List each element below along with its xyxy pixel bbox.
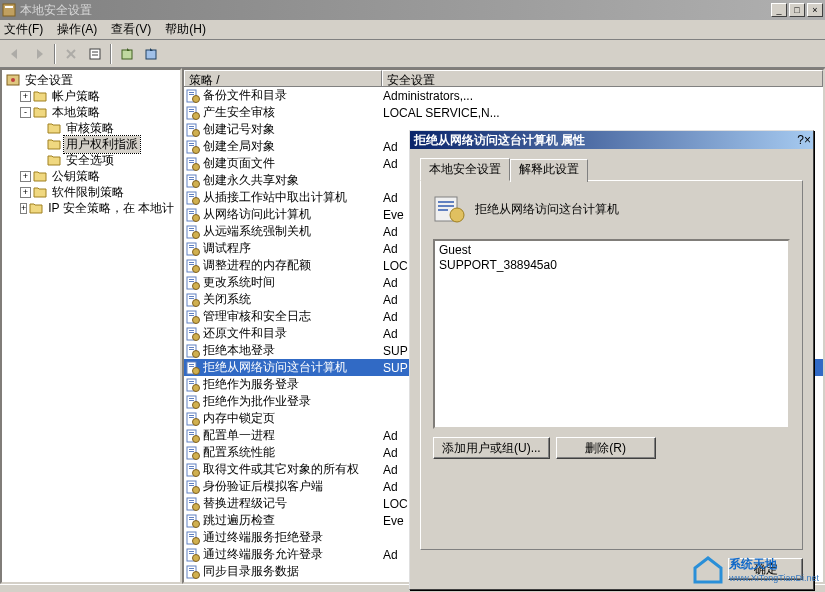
toolbar — [0, 40, 825, 68]
svg-rect-96 — [189, 449, 194, 450]
menu-file[interactable]: 文件(F) — [4, 21, 43, 38]
svg-rect-60 — [189, 296, 194, 297]
back-button — [4, 43, 26, 65]
col-setting[interactable]: 安全设置 — [382, 70, 823, 86]
remove-button[interactable]: 删除(R) — [556, 437, 656, 459]
policy-item-icon — [186, 463, 200, 477]
svg-point-42 — [193, 214, 200, 221]
tree-node[interactable]: +IP 安全策略，在 本地计 — [4, 200, 178, 216]
tree-node[interactable]: +帐户策略 — [4, 88, 178, 104]
svg-point-70 — [193, 333, 200, 340]
properties-button[interactable] — [84, 43, 106, 65]
svg-rect-80 — [189, 381, 194, 382]
svg-rect-37 — [189, 196, 194, 197]
svg-rect-48 — [189, 245, 194, 246]
tree-node[interactable]: 安全选项 — [4, 152, 178, 168]
svg-rect-84 — [189, 398, 194, 399]
svg-rect-116 — [189, 534, 194, 535]
user-listbox[interactable]: GuestSUPPORT_388945a0 — [433, 239, 790, 429]
user-item[interactable]: Guest — [439, 243, 784, 258]
svg-point-118 — [193, 537, 200, 544]
tree-node[interactable]: 用户权利指派 — [4, 136, 178, 152]
svg-rect-81 — [189, 383, 194, 384]
user-item[interactable]: SUPPORT_388945a0 — [439, 258, 784, 273]
dialog-help-button[interactable]: ? — [797, 133, 804, 147]
svg-rect-45 — [189, 230, 194, 231]
expand-toggle[interactable]: + — [20, 203, 27, 214]
svg-rect-125 — [189, 570, 194, 571]
svg-rect-17 — [189, 111, 194, 112]
svg-rect-124 — [189, 568, 194, 569]
policy-item-icon — [186, 344, 200, 358]
svg-rect-4 — [90, 49, 100, 59]
folder-icon — [33, 185, 47, 199]
tree-node[interactable]: +软件限制策略 — [4, 184, 178, 200]
forward-button — [28, 43, 50, 65]
svg-rect-44 — [189, 228, 194, 229]
tree-root[interactable]: 安全设置 — [4, 72, 178, 88]
list-row[interactable]: 产生安全审核LOCAL SERVICE,N... — [184, 104, 823, 121]
svg-rect-104 — [189, 483, 194, 484]
folder-icon — [29, 201, 43, 215]
svg-point-126 — [193, 571, 200, 578]
policy-item-icon — [186, 480, 200, 494]
dialog-titlebar[interactable]: 拒绝从网络访问这台计算机 属性 ? × — [410, 131, 813, 149]
svg-rect-13 — [189, 94, 194, 95]
add-user-button[interactable]: 添加用户或组(U)... — [433, 437, 550, 459]
tree-node[interactable]: +公钥策略 — [4, 168, 178, 184]
folder-icon — [33, 89, 47, 103]
svg-rect-29 — [189, 162, 194, 163]
svg-point-86 — [193, 401, 200, 408]
close-button[interactable]: × — [807, 3, 823, 17]
menu-view[interactable]: 查看(V) — [111, 21, 151, 38]
svg-point-98 — [193, 452, 200, 459]
svg-point-14 — [193, 95, 200, 102]
dialog-close-button[interactable]: × — [804, 133, 811, 147]
tab-local-security[interactable]: 本地安全设置 — [420, 158, 510, 181]
svg-point-38 — [193, 197, 200, 204]
svg-rect-108 — [189, 500, 194, 501]
policy-item-icon — [186, 259, 200, 273]
svg-point-74 — [193, 350, 200, 357]
policy-item-icon — [186, 412, 200, 426]
tree-node[interactable]: -本地策略 — [4, 104, 178, 120]
tree-view[interactable]: 安全设置 +帐户策略-本地策略审核策略用户权利指派安全选项+公钥策略+软件限制策… — [0, 68, 182, 584]
maximize-button[interactable]: □ — [789, 3, 805, 17]
tab-explain[interactable]: 解释此设置 — [510, 159, 588, 182]
svg-point-66 — [193, 316, 200, 323]
svg-rect-56 — [189, 279, 194, 280]
window-title: 本地安全设置 — [20, 2, 769, 19]
svg-point-10 — [11, 78, 15, 82]
expand-toggle[interactable]: + — [20, 91, 31, 102]
expand-toggle[interactable]: + — [20, 171, 31, 182]
svg-point-46 — [193, 231, 200, 238]
list-row[interactable]: 备份文件和目录Administrators,... — [184, 87, 823, 104]
svg-point-102 — [193, 469, 200, 476]
policy-item-icon — [186, 157, 200, 171]
expand-toggle[interactable]: + — [20, 187, 31, 198]
svg-rect-72 — [189, 347, 194, 348]
delete-button — [60, 43, 82, 65]
policy-item-icon — [186, 514, 200, 528]
svg-rect-57 — [189, 281, 194, 282]
menu-help[interactable]: 帮助(H) — [165, 21, 206, 38]
expand-toggle[interactable]: - — [20, 107, 31, 118]
policy-item-icon — [186, 378, 200, 392]
policy-item-icon — [186, 140, 200, 154]
svg-rect-53 — [189, 264, 194, 265]
export-button[interactable] — [116, 43, 138, 65]
svg-point-82 — [193, 384, 200, 391]
security-icon — [6, 73, 20, 87]
menu-action[interactable]: 操作(A) — [57, 21, 97, 38]
col-policy[interactable]: 策略 / — [184, 70, 382, 86]
refresh-button[interactable] — [140, 43, 162, 65]
tree-node[interactable]: 审核策略 — [4, 120, 178, 136]
svg-rect-33 — [189, 179, 194, 180]
dialog-tabs: 本地安全设置 解释此设置 — [420, 157, 803, 180]
svg-point-131 — [450, 208, 464, 222]
svg-rect-41 — [189, 213, 194, 214]
svg-rect-28 — [189, 160, 194, 161]
svg-rect-40 — [189, 211, 194, 212]
svg-rect-25 — [189, 145, 194, 146]
minimize-button[interactable]: _ — [771, 3, 787, 17]
